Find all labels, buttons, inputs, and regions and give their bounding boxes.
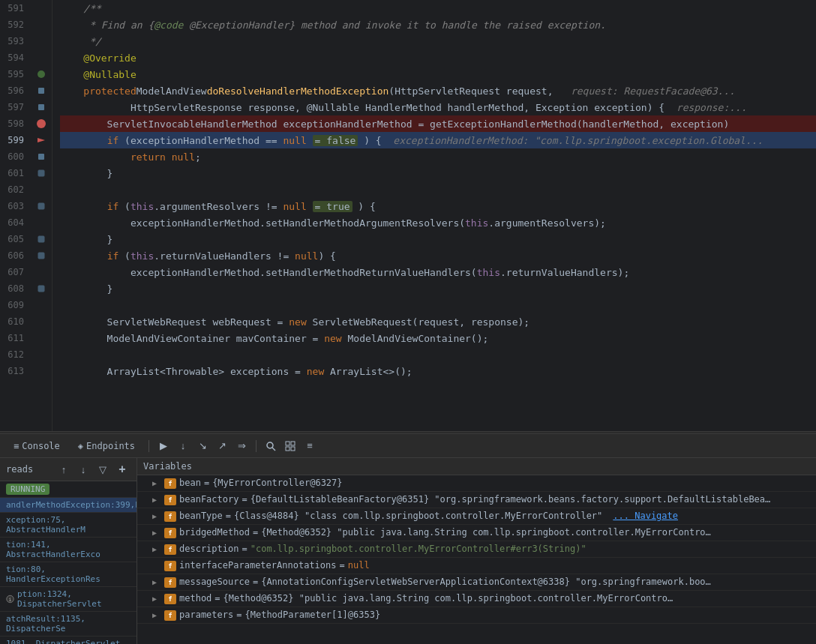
code-line-600: return null;	[60, 148, 816, 165]
thread-item-4[interactable]: tion:80, HandlerExceptionRes	[0, 562, 136, 587]
running-badge[interactable]: RUNNING	[6, 484, 50, 495]
expand-method[interactable]: ▶	[152, 595, 161, 603]
add-thread-button[interactable]: +	[114, 461, 130, 478]
gutter-row-609: 609	[0, 297, 52, 313]
expand-bean[interactable]: ▶	[152, 479, 161, 487]
bottom-toolbar: ≡ Console ◈ Endpoints ▶ ↓ ↘ ↗ ⇒ ≡	[0, 434, 816, 458]
code-line-599: if (exceptionHandlerMethod == null = fal…	[60, 132, 816, 148]
code-token: doResolveHandlerMethodException	[207, 85, 389, 97]
variables-header: Variables	[137, 458, 816, 475]
variables-list: ▶ f bean = {MyErrorController@6327} ▶ f …	[137, 475, 816, 644]
code-token: ArrayList<Throwable> exceptions = new Ar…	[60, 366, 412, 377]
svg-rect-5	[38, 154, 44, 160]
var-value-description: "com.llp.springboot.controller.MyErrorCo…	[250, 544, 586, 554]
thread-item-5[interactable]: i ption:1324, DispatcherServlet	[0, 587, 136, 612]
line-num-591: 591	[0, 3, 30, 13]
code-token: }	[60, 168, 112, 179]
gutter-row-601: 601	[0, 165, 52, 181]
var-navigate-beanType[interactable]: ... Navigate	[613, 511, 678, 521]
step-out-button[interactable]: ↗	[214, 438, 230, 454]
var-row-bridgedMethod: ▶ f bridgedMethod = {Method@6352} "publi…	[137, 525, 816, 541]
sort-threads-button[interactable]: ↑	[56, 461, 72, 478]
svg-rect-16	[291, 447, 295, 451]
gutter-row-597: 597	[0, 99, 52, 115]
code-line-612	[60, 346, 816, 363]
grid-view-button[interactable]	[282, 438, 298, 454]
evaluate-button[interactable]	[262, 438, 279, 454]
code-token: /**	[60, 3, 101, 14]
threads-header: reads ↑ ↓ ▽ +	[0, 458, 136, 481]
line-num-611: 611	[0, 333, 30, 343]
gutter-row-613: 613	[0, 363, 52, 379]
expand-beanType[interactable]: ▶	[152, 512, 161, 520]
gutter-icon-599	[30, 135, 52, 145]
var-value-beanFactory: {DefaultListableBeanFactory@6351} "org.s…	[250, 494, 776, 505]
more-options-button[interactable]: ≡	[302, 438, 318, 454]
thread-item-2[interactable]: xception:75, AbstractHandlerM	[0, 513, 136, 538]
step-into-button[interactable]: ↘	[194, 438, 211, 454]
var-icon-messageSource: f	[164, 577, 176, 588]
svg-text:i: i	[8, 596, 11, 603]
code-token: response:...	[664, 102, 747, 113]
var-row-interfaceParameterAnnotations: f interfaceParameterAnnotations = null	[137, 558, 816, 574]
var-row-description: ▶ f description = "com.llp.springboot.co…	[137, 541, 816, 558]
thread-item-3[interactable]: tion:141, AbstractHandlerExco	[0, 538, 136, 562]
line-num-596: 596	[0, 85, 30, 96]
var-icon-beanType: f	[164, 511, 176, 522]
gutter-row-592: 592	[0, 16, 52, 33]
sort-threads-desc-button[interactable]: ↓	[75, 461, 92, 478]
threads-panel: reads ↑ ↓ ▽ + RUNNING andlerMethodExcept…	[0, 458, 137, 644]
var-value-ipa: null	[348, 560, 370, 571]
tab-endpoints[interactable]: ◈ Endpoints	[70, 438, 142, 454]
code-line-597: HttpServletResponse response, @Nullable …	[60, 99, 816, 115]
code-token: @Nullable	[60, 69, 136, 80]
code-token: exceptionHandlerMethod.setHandlerMethodA…	[60, 217, 606, 229]
svg-line-12	[272, 448, 275, 451]
code-token: }	[60, 234, 112, 245]
expand-parameters[interactable]: ▶	[152, 611, 161, 619]
tab-console[interactable]: ≡ Console	[6, 438, 68, 454]
var-eq-ipa: =	[340, 560, 345, 571]
code-token: exceptionHandlerMethod.setHandlerMethodR…	[60, 267, 629, 278]
thread-item-6[interactable]: atchResult:1135, DispatcherSe	[0, 612, 136, 637]
var-name-ipa: interfaceParameterAnnotations	[179, 560, 337, 571]
expand-bridgedMethod[interactable]: ▶	[152, 529, 161, 537]
filter-threads-button[interactable]: ▽	[94, 461, 111, 478]
var-value-beanType: {Class@4884} "class com.llp.springboot.c…	[234, 511, 602, 521]
thread-name-4: tion:80, HandlerExceptionRes	[6, 565, 100, 584]
thread-item-7[interactable]: 1081, DispatcherServlet (org.s	[0, 637, 136, 644]
var-icon-beanFactory: f	[164, 495, 176, 505]
resume-button[interactable]: ▶	[155, 438, 172, 454]
expand-messageSource[interactable]: ▶	[152, 578, 161, 586]
variables-label: Variables	[143, 461, 192, 472]
code-line-603: if (this.argumentResolvers != null = tru…	[60, 198, 816, 214]
thread-name-3: tion:141, AbstractHandlerExco	[6, 540, 100, 559]
svg-rect-1	[38, 88, 44, 94]
gutter-icon-598	[30, 118, 52, 129]
var-row-bean: ▶ f bean = {MyErrorController@6327}	[137, 475, 816, 492]
code-line-606: if (this.returnValueHandlers != null) {	[60, 247, 816, 264]
gutter-icon-608	[30, 285, 52, 292]
code-line-610: ServletWebRequest webRequest = new Servl…	[60, 313, 816, 330]
gutter-icon-595	[30, 69, 52, 79]
var-name-method: method	[179, 593, 212, 604]
var-value-messageSource: {AnnotationConfigServletWebServerApplica…	[261, 577, 711, 587]
expand-description[interactable]: ▶	[152, 545, 161, 553]
run-to-cursor-button[interactable]: ⇒	[233, 438, 250, 454]
line-num-598: 598	[0, 118, 30, 129]
var-row-beanFactory: ▶ f beanFactory = {DefaultListableBeanFa…	[137, 492, 816, 508]
gutter-row-593: 593	[0, 33, 52, 49]
code-token: exceptionHandlerMethod: "com.llp.springb…	[393, 135, 763, 146]
code-line-595: @Nullable	[60, 66, 816, 82]
var-row-method: ▶ f method = {Method@6352} "public java.…	[137, 591, 816, 607]
gutter-row-604: 604	[0, 214, 52, 231]
thread-name-5: ption:1324, DispatcherServlet	[17, 589, 130, 609]
gutter-row-596: 596	[0, 82, 52, 99]
expand-beanFactory[interactable]: ▶	[152, 496, 161, 504]
step-over-button[interactable]: ↓	[175, 438, 191, 454]
code-token: ModelAndView	[136, 85, 207, 97]
gutter-row-600: 600	[0, 148, 52, 165]
endpoints-icon: ◈	[78, 441, 83, 451]
thread-item-1[interactable]: andlerMethodException:399,E	[0, 498, 136, 513]
svg-rect-9	[38, 253, 44, 259]
